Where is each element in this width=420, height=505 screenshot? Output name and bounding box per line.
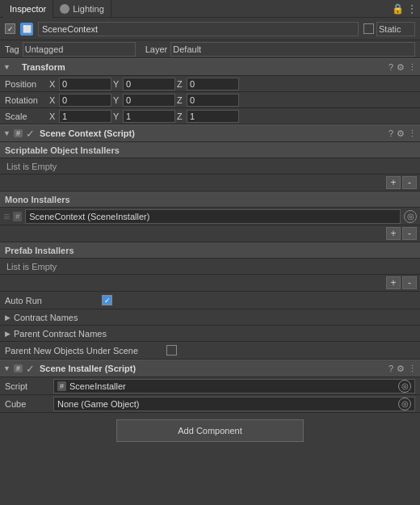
tag-label: Tag — [5, 44, 19, 54]
parent-contract-arrow-icon: ▶ — [5, 330, 10, 338]
transform-help-icon[interactable]: ? — [388, 62, 393, 72]
cube-field-label: Cube — [5, 399, 53, 409]
rotation-z-input[interactable] — [187, 94, 239, 107]
mono-installer-item: ≡ # SceneContext (SceneInstaller) — [0, 208, 420, 225]
tab-inspector[interactable]: Inspector — [3, 0, 53, 18]
contract-names-toggle[interactable]: ▶ Contract Names — [0, 309, 420, 326]
auto-run-row: Auto Run — [0, 292, 420, 309]
parent-new-objects-label: Parent New Objects Under Scene — [5, 346, 166, 356]
transform-arrow-icon: ▼ — [3, 63, 10, 71]
scene-context-settings-icon[interactable]: ⚙ — [397, 128, 405, 139]
transform-title: Transform — [22, 62, 385, 72]
inspector-tab-label: Inspector — [10, 4, 46, 14]
contract-names-label: Contract Names — [14, 313, 78, 322]
scale-y-input[interactable] — [123, 110, 175, 123]
rotation-row: Rotation X Y Z — [0, 92, 420, 108]
parent-contract-names-label: Parent Contract Names — [14, 329, 107, 339]
layer-select[interactable]: Default — [170, 42, 415, 57]
scene-installer-script-header[interactable]: ▼ # ✓ Scene Installer (Script) ? ⚙ ⋮ — [0, 360, 420, 377]
auto-run-checkbox[interactable] — [102, 295, 112, 305]
scriptable-list-empty: List is Empty — [0, 158, 420, 175]
scene-context-arrow-icon: ▼ — [3, 129, 10, 137]
cube-field-name: None (Game Object) — [57, 399, 139, 409]
position-z-input[interactable] — [187, 78, 239, 90]
scene-installer-help-icon[interactable]: ? — [388, 364, 393, 373]
prefab-list-empty: List is Empty — [0, 259, 420, 275]
installer-script-icon: # — [13, 212, 22, 221]
position-x-input[interactable] — [59, 78, 111, 90]
scene-context-enabled-icon[interactable]: ✓ — [26, 128, 35, 140]
add-component-bar: Add Component — [0, 413, 420, 448]
scale-x-input[interactable] — [59, 110, 111, 123]
prefab-installers-header: Prefab Installers — [0, 242, 420, 259]
scene-installer-enabled-icon[interactable]: ✓ — [26, 363, 35, 375]
mono-minus-btn[interactable]: - — [402, 227, 417, 240]
gameobject-enabled-checkbox[interactable] — [5, 23, 15, 34]
scriptable-minus-btn[interactable]: - — [402, 176, 417, 189]
scene-context-script-header[interactable]: ▼ # ✓ Scene Context (Script) ? ⚙ ⋮ — [0, 124, 420, 142]
rotation-x-input[interactable] — [59, 94, 111, 107]
position-x-label: X — [49, 79, 57, 89]
scene-context-title: Scene Context (Script) — [40, 128, 385, 138]
contract-names-arrow-icon: ▶ — [5, 314, 10, 322]
lock-icon[interactable]: 🔒 — [392, 3, 404, 15]
rotation-y-input[interactable] — [123, 94, 175, 107]
tag-select[interactable]: Untagged — [23, 42, 136, 57]
auto-run-label: Auto Run — [5, 296, 102, 305]
static-dropdown[interactable]: Static — [376, 22, 415, 36]
scriptable-pm-row: + - — [0, 175, 420, 191]
transform-section-header[interactable]: ▼ Transform ? ⚙ ⋮ — [0, 58, 420, 76]
cube-target-btn[interactable] — [398, 398, 411, 410]
transform-menu-icon[interactable]: ⋮ — [408, 62, 417, 73]
tab-lighting[interactable]: Lighting — [53, 0, 111, 18]
add-component-label: Add Component — [178, 426, 242, 436]
static-checkbox[interactable] — [363, 23, 374, 34]
scene-context-help-icon[interactable]: ? — [388, 128, 393, 138]
parent-new-objects-row: Parent New Objects Under Scene — [0, 342, 420, 360]
scale-x-label: X — [49, 112, 57, 121]
prefab-minus-btn[interactable]: - — [402, 276, 417, 289]
scriptable-installers-label: Scriptable Object Installers — [5, 145, 415, 155]
lighting-tab-icon — [60, 4, 69, 14]
scene-installer-menu-icon[interactable]: ⋮ — [408, 364, 417, 374]
scene-context-badge: # — [14, 129, 23, 137]
installer-target-btn[interactable] — [404, 210, 417, 223]
script-field-icon: # — [57, 381, 66, 391]
mono-installers-header: Mono Installers — [0, 191, 420, 208]
position-label: Position — [5, 79, 49, 89]
scale-label: Scale — [5, 112, 49, 121]
position-z-label: Z — [177, 79, 185, 89]
scale-z-input[interactable] — [187, 110, 239, 123]
scene-installer-title: Scene Installer (Script) — [40, 364, 385, 373]
layer-label: Layer — [145, 44, 168, 54]
script-target-btn[interactable] — [398, 380, 411, 393]
tag-layer-row: Tag Untagged Layer Default — [0, 40, 420, 58]
add-component-button[interactable]: Add Component — [116, 419, 304, 442]
script-field-label: Script — [5, 381, 53, 391]
static-area: Static — [363, 22, 415, 36]
script-field-row: Script # SceneInstaller — [0, 377, 420, 395]
scene-installer-settings-icon[interactable]: ⚙ — [397, 364, 405, 374]
gameobject-icon: ⬜ — [20, 23, 33, 36]
transform-settings-icon[interactable]: ⚙ — [397, 62, 405, 73]
prefab-installers-label: Prefab Installers — [5, 246, 415, 255]
cube-field-row: Cube None (Game Object) — [0, 395, 420, 413]
parent-contract-names-toggle[interactable]: ▶ Parent Contract Names — [0, 326, 420, 342]
scriptable-installers-header: Scriptable Object Installers — [0, 142, 420, 158]
rotation-z-label: Z — [177, 95, 185, 105]
drag-handle-icon[interactable]: ≡ — [3, 210, 10, 223]
position-y-input[interactable] — [123, 78, 175, 90]
rotation-y-label: Y — [113, 95, 121, 105]
prefab-plus-btn[interactable]: + — [386, 276, 401, 289]
scene-context-menu-icon[interactable]: ⋮ — [408, 128, 417, 139]
prefab-pm-row: + - — [0, 275, 420, 292]
scriptable-plus-btn[interactable]: + — [386, 176, 401, 189]
gameobject-name-input[interactable] — [38, 22, 359, 36]
gameobject-header: ⬜ Static — [0, 18, 420, 40]
scale-z-label: Z — [177, 112, 185, 121]
tab-bar: Inspector Lighting 🔒 ⋮ — [0, 0, 420, 18]
mono-plus-btn[interactable]: + — [386, 227, 401, 240]
menu-icon[interactable]: ⋮ — [407, 3, 417, 15]
script-field-name: SceneInstaller — [69, 381, 126, 391]
parent-new-objects-checkbox[interactable] — [166, 345, 177, 356]
